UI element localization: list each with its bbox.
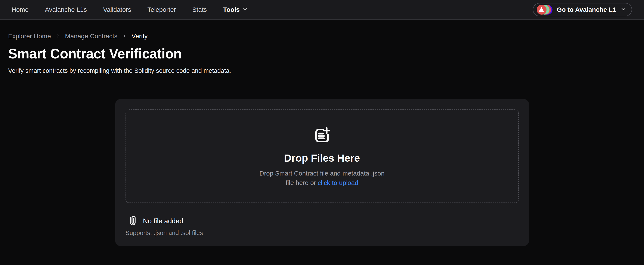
- chain-logo-stack: [537, 5, 552, 15]
- paperclip-icon: [129, 215, 136, 226]
- dropzone-description: Drop Smart Contract file and metadata .j…: [259, 169, 384, 187]
- file-dropzone[interactable]: Drop Files Here Drop Smart Contract file…: [126, 109, 519, 203]
- file-status-label: No file added: [143, 217, 184, 225]
- dropzone-description-line2: file here or: [286, 179, 316, 186]
- nav-item-validators[interactable]: Validators: [103, 6, 131, 13]
- nav-item-teleporter[interactable]: Teleporter: [147, 6, 176, 13]
- dropzone-heading: Drop Files Here: [284, 152, 360, 164]
- breadcrumb-manage-contracts[interactable]: Manage Contracts: [65, 33, 118, 40]
- page-subtitle: Verify smart contracts by recompiling wi…: [8, 67, 636, 74]
- chevron-down-icon: [620, 6, 626, 13]
- breadcrumb: Explorer Home Manage Contracts Verify: [8, 33, 636, 40]
- nav-items: Home Avalanche L1s Validators Teleporter…: [12, 6, 207, 13]
- chevron-right-icon: [122, 33, 127, 40]
- file-supports-note: Supports: .json and .sol files: [126, 229, 519, 236]
- page-title: Smart Contract Verification: [8, 46, 636, 62]
- breadcrumb-explorer-home[interactable]: Explorer Home: [8, 33, 51, 40]
- chain-button-label: Go to Avalanche L1: [557, 6, 616, 13]
- go-to-avalanche-l1-button[interactable]: Go to Avalanche L1: [533, 3, 632, 16]
- breadcrumb-current-verify: Verify: [132, 33, 148, 40]
- click-to-upload-link[interactable]: click to upload: [318, 179, 358, 186]
- nav-tools-label: Tools: [223, 6, 240, 13]
- file-status-row: No file added: [126, 215, 519, 226]
- nav-item-tools[interactable]: Tools: [223, 6, 248, 13]
- document-plus-icon: [314, 127, 330, 144]
- chevron-down-icon: [242, 6, 248, 13]
- nav-item-avalanche-l1s[interactable]: Avalanche L1s: [45, 6, 87, 13]
- nav-item-home[interactable]: Home: [12, 6, 29, 13]
- file-info-section: No file added Supports: .json and .sol f…: [126, 215, 519, 236]
- nav-item-stats[interactable]: Stats: [192, 6, 207, 13]
- main-content: Explorer Home Manage Contracts Verify Sm…: [0, 33, 644, 246]
- avalanche-logo-icon: [537, 5, 546, 15]
- chevron-right-icon: [56, 33, 60, 40]
- top-nav: Home Avalanche L1s Validators Teleporter…: [0, 0, 644, 20]
- dropzone-description-line1: Drop Smart Contract file and metadata .j…: [259, 170, 384, 177]
- verification-card: Drop Files Here Drop Smart Contract file…: [115, 99, 529, 246]
